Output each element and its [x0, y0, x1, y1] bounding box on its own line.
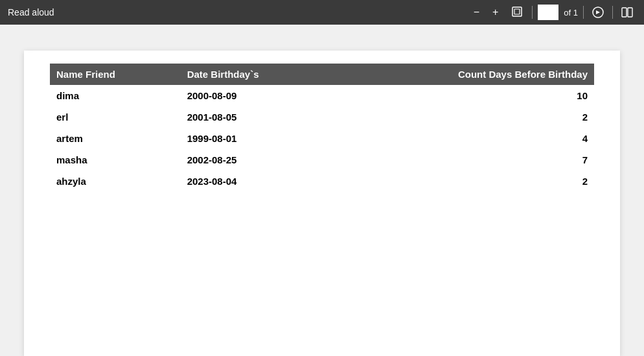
cell-name: erl: [50, 106, 181, 128]
content-area: Name Friend Date Birthday`s Count Days B…: [0, 25, 644, 356]
table-header-row: Name Friend Date Birthday`s Count Days B…: [50, 64, 594, 85]
svg-rect-1: [514, 9, 520, 14]
page-number-input[interactable]: 1: [538, 5, 558, 20]
cell-name: dima: [50, 85, 181, 106]
page: Name Friend Date Birthday`s Count Days B…: [24, 51, 620, 356]
separator-3: [612, 6, 613, 19]
svg-rect-4: [628, 8, 632, 17]
cell-name: artem: [50, 128, 181, 149]
toolbar-controls: − + 1 of 1: [470, 5, 636, 21]
cell-birthday: 2023-08-04: [181, 171, 335, 192]
split-view-button[interactable]: [618, 5, 636, 20]
separator-1: [532, 6, 533, 19]
data-table: Name Friend Date Birthday`s Count Days B…: [50, 64, 594, 192]
cell-days: 4: [335, 128, 594, 149]
read-aloud-button[interactable]: [589, 5, 607, 20]
table-row: masha2002-08-257: [50, 149, 594, 171]
zoom-in-button[interactable]: +: [489, 6, 502, 19]
cell-days: 10: [335, 85, 594, 106]
cell-birthday: 1999-08-01: [181, 128, 335, 149]
page-of-label: of 1: [564, 8, 578, 18]
cell-days: 2: [335, 171, 594, 192]
zoom-out-button[interactable]: −: [470, 6, 483, 19]
svg-rect-0: [512, 7, 522, 16]
fit-page-button[interactable]: [507, 5, 527, 21]
cell-birthday: 2001-08-05: [181, 106, 335, 128]
svg-rect-3: [622, 8, 627, 17]
cell-birthday: 2002-08-25: [181, 149, 335, 171]
table-row: artem1999-08-014: [50, 128, 594, 149]
table-row: ahzyla2023-08-042: [50, 171, 594, 192]
toolbar-title: Read aloud: [8, 7, 54, 18]
table-row: erl2001-08-052: [50, 106, 594, 128]
separator-2: [583, 6, 584, 19]
header-name: Name Friend: [50, 64, 181, 85]
toolbar: Read aloud − + 1 of 1: [0, 0, 644, 25]
table-row: dima2000-08-0910: [50, 85, 594, 106]
cell-birthday: 2000-08-09: [181, 85, 335, 106]
cell-days: 7: [335, 149, 594, 171]
cell-name: masha: [50, 149, 181, 171]
header-birthday: Date Birthday`s: [181, 64, 335, 85]
cell-name: ahzyla: [50, 171, 181, 192]
header-days: Count Days Before Birthday: [335, 64, 594, 85]
cell-days: 2: [335, 106, 594, 128]
